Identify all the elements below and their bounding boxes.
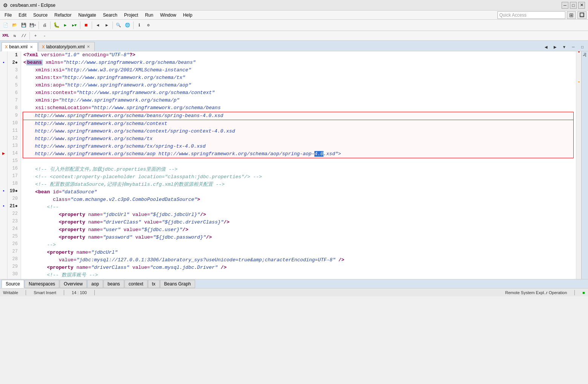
gutter-7 bbox=[0, 97, 7, 104]
menu-navigate[interactable]: Navigate bbox=[75, 12, 99, 19]
tab-prev-button[interactable]: ◀ bbox=[542, 43, 550, 51]
debug-button[interactable]: 🐛 bbox=[52, 21, 60, 29]
line-num-19: 19● bbox=[8, 187, 19, 195]
line-20: class="com.mchange.v2.c3p0.ComboPooledDa… bbox=[23, 197, 200, 202]
line-num-15: 15 bbox=[8, 157, 19, 165]
settings-button[interactable]: ⚙ bbox=[144, 21, 152, 29]
tab-pom-xml[interactable]: X laboratory/pom.xml ✕ bbox=[38, 42, 95, 51]
scroll-marker-error bbox=[578, 51, 580, 52]
gutter-4 bbox=[0, 74, 7, 82]
menu-search[interactable]: Search bbox=[100, 12, 120, 19]
line-16: <!-- 引入外部配置文件,加载jdbc.properties里面的值 --> bbox=[23, 167, 177, 172]
new-button[interactable]: 📄 bbox=[2, 21, 10, 29]
menu-help[interactable]: Help bbox=[180, 12, 195, 19]
far-right-label-1[interactable]: Ju bbox=[582, 51, 588, 59]
line-11-highlight: http://www.springframework.org/schema/co… bbox=[23, 128, 574, 135]
code-editor[interactable]: <?xml version="1.0" encoding="UTF-8"?> <… bbox=[21, 51, 576, 279]
line-13-highlight: http://www.springframework.org/schema/tx… bbox=[23, 143, 574, 150]
quick-access-input[interactable]: Quick Access bbox=[497, 11, 565, 19]
format-button[interactable]: ⇆ bbox=[11, 32, 19, 40]
line-26: --> bbox=[23, 242, 56, 248]
line-29: <property name="driverClass" value="com.… bbox=[23, 265, 226, 270]
print-button[interactable]: 🖨 bbox=[40, 21, 49, 29]
view-button[interactable]: 🔲 bbox=[577, 11, 586, 19]
menu-file[interactable]: File bbox=[2, 12, 15, 19]
gutter-11 bbox=[0, 127, 7, 134]
run-button[interactable]: ▶ bbox=[61, 21, 69, 29]
globe-button[interactable]: 🌐 bbox=[123, 21, 132, 29]
line-num-20: 20 bbox=[8, 195, 19, 202]
save-all-button[interactable]: 💾+ bbox=[29, 21, 37, 29]
status-position: 14 : 100 bbox=[72, 290, 87, 295]
prev-button[interactable]: ◀ bbox=[94, 21, 102, 29]
tab-label-1: bean.xml bbox=[9, 44, 28, 49]
gutter-3 bbox=[0, 66, 7, 74]
tab-controls: ◀ ▶ ▼ ─ □ bbox=[542, 43, 588, 51]
menu-source[interactable]: Source bbox=[30, 12, 51, 19]
status-sep-4 bbox=[574, 290, 575, 295]
open-button[interactable]: 📂 bbox=[11, 21, 19, 29]
bottom-tab-tx[interactable]: tx bbox=[148, 280, 160, 288]
toolbar2-sep-1 bbox=[29, 32, 30, 40]
line-num-2: 2● bbox=[8, 59, 19, 66]
quick-access-label: Quick Access bbox=[499, 12, 526, 18]
title-bar: ⚙ ces/bean.xml - Eclipse ─ □ ✕ bbox=[0, 0, 588, 11]
stop-button[interactable]: ■ bbox=[82, 21, 90, 29]
bottom-tab-beans-graph[interactable]: Beans Graph bbox=[160, 280, 195, 288]
gutter-8 bbox=[0, 104, 7, 112]
gutter-26 bbox=[0, 240, 7, 248]
menu-project[interactable]: Project bbox=[121, 12, 141, 19]
perspective-button[interactable]: ⊞ bbox=[567, 11, 576, 19]
tab-bean-xml[interactable]: X bean.xml ✕ bbox=[2, 42, 38, 51]
bottom-tab-aop[interactable]: aop bbox=[87, 280, 103, 288]
app-icon: ⚙ bbox=[3, 2, 8, 8]
line-27: <property name="jdbcUrl" bbox=[23, 250, 118, 255]
menu-window[interactable]: Window bbox=[157, 12, 179, 19]
line-num-29: 29 bbox=[8, 263, 19, 270]
tab-bar: X bean.xml ✕ X laboratory/pom.xml ✕ ◀ ▶ … bbox=[0, 41, 588, 51]
bottom-tab-context[interactable]: context bbox=[125, 280, 148, 288]
xml-validate-button[interactable]: XML bbox=[2, 32, 10, 40]
search-button[interactable]: 🔍 bbox=[114, 21, 123, 29]
run-ext-button[interactable]: ▶▼ bbox=[70, 21, 79, 29]
line-17: <!-- <context:property-placeholder locat… bbox=[23, 174, 262, 180]
info-button[interactable]: ℹ bbox=[135, 21, 143, 29]
expand-button[interactable]: + bbox=[31, 32, 40, 40]
line-num-17: 17 bbox=[8, 172, 19, 180]
gutter-13 bbox=[0, 142, 7, 150]
status-sep-1 bbox=[26, 290, 26, 295]
bottom-tab-source[interactable]: Source bbox=[2, 280, 24, 288]
bottom-tab-namespaces[interactable]: Namespaces bbox=[25, 280, 59, 288]
bottom-tab-beans[interactable]: beans bbox=[103, 280, 124, 288]
minimize-editor-button[interactable]: ─ bbox=[569, 43, 577, 51]
line-num-23: 23 bbox=[8, 217, 19, 225]
maximize-editor-button[interactable]: □ bbox=[578, 43, 586, 51]
collapse-button[interactable]: - bbox=[40, 32, 49, 40]
minimize-button[interactable]: ─ bbox=[562, 2, 568, 9]
tab-menu-button[interactable]: ▼ bbox=[560, 43, 568, 51]
close-button[interactable]: ✕ bbox=[578, 2, 585, 9]
tab-close-1[interactable]: ✕ bbox=[29, 45, 34, 49]
gutter-22 bbox=[0, 210, 7, 217]
editor-area: • ▶ • • bbox=[0, 51, 588, 279]
next-button[interactable]: ▶ bbox=[103, 21, 111, 29]
menu-run[interactable]: Run bbox=[142, 12, 156, 19]
gutter-9 bbox=[0, 112, 7, 119]
menu-edit[interactable]: Edit bbox=[15, 12, 29, 19]
maximize-button[interactable]: □ bbox=[570, 2, 577, 9]
line-22: <property name="jdbcUrl" value="${jdbc.j… bbox=[23, 212, 206, 217]
gutter-2: • bbox=[0, 59, 7, 66]
menu-refactor[interactable]: Refactor bbox=[51, 12, 74, 19]
tab-next-button[interactable]: ▶ bbox=[551, 43, 559, 51]
comment-button[interactable]: // bbox=[20, 32, 28, 40]
tab-close-2[interactable]: ✕ bbox=[86, 45, 91, 49]
status-indicator: ■ bbox=[582, 290, 585, 295]
toolbar-sep-3 bbox=[80, 22, 80, 29]
bottom-tab-overview[interactable]: Overview bbox=[60, 280, 87, 288]
line-num-28: 28 bbox=[8, 255, 19, 263]
line-num-5: 5 bbox=[8, 82, 19, 89]
vertical-scrollbar[interactable] bbox=[576, 51, 581, 279]
line-num-9: 9 bbox=[8, 112, 19, 119]
save-button[interactable]: 💾 bbox=[20, 21, 28, 29]
line-28: value="jdbc:mysql://127.0.0.1:3306/labor… bbox=[23, 257, 344, 263]
